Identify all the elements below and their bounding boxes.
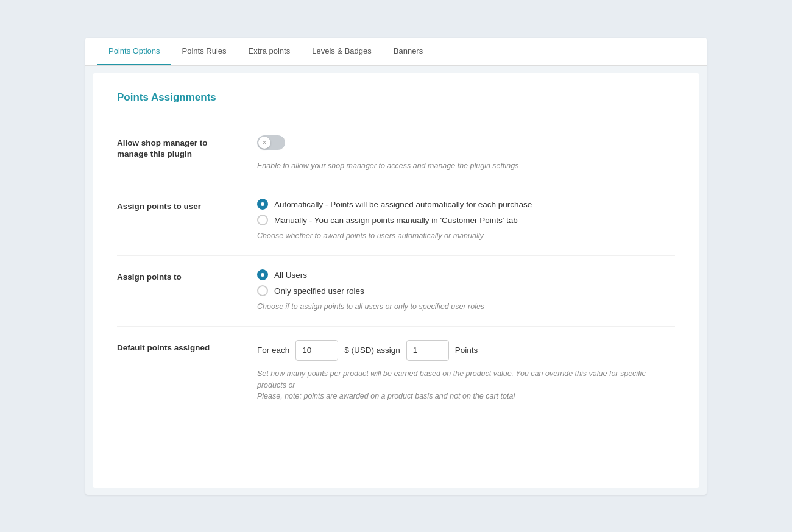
radio-auto[interactable]: Automatically - Points will be assigned … <box>257 199 675 210</box>
radio-manual[interactable]: Manually - You can assign points manuall… <box>257 215 675 225</box>
assign-points-to-label: Assign points to <box>117 269 257 283</box>
main-container: Points Options Points Rules Extra points… <box>85 38 707 495</box>
assign-points-user-label: Assign points to user <box>117 199 257 213</box>
radio-specified-roles[interactable]: Only specified user roles <box>257 285 675 296</box>
points-input[interactable] <box>406 340 449 361</box>
radio-manual-circle <box>257 215 268 225</box>
for-each-row: For each $ (USD) assign Points <box>257 340 675 361</box>
section-title: Points Assignments <box>117 91 675 104</box>
shop-manager-label: Allow shop manager tomanage this plugin <box>117 135 257 161</box>
radio-all-users[interactable]: All Users <box>257 269 675 280</box>
for-each-label: For each <box>257 346 289 355</box>
assign-points-to-hint: Choose if to assign points to all users … <box>257 301 675 313</box>
assign-points-user-hint: Choose whether to award points to users … <box>257 230 675 242</box>
assign-points-user-content: Automatically - Points will be assigned … <box>257 199 675 242</box>
content-area: Points Assignments Allow shop manager to… <box>93 73 699 488</box>
tab-points-rules[interactable]: Points Rules <box>171 38 238 65</box>
radio-manual-label: Manually - You can assign points manuall… <box>274 216 518 225</box>
toggle-knob <box>258 137 270 149</box>
assign-points-user-row: Assign points to user Automatically - Po… <box>117 185 675 255</box>
tab-navigation: Points Options Points Rules Extra points… <box>85 38 707 66</box>
radio-specified-roles-circle <box>257 285 268 296</box>
tab-banners[interactable]: Banners <box>383 38 434 65</box>
radio-specified-roles-label: Only specified user roles <box>274 286 364 296</box>
default-points-row: Default points assigned For each $ (USD)… <box>117 326 675 416</box>
tab-points-options[interactable]: Points Options <box>97 38 171 65</box>
shop-manager-hint: Enable to allow your shop manager to acc… <box>257 160 675 172</box>
shop-manager-content: Enable to allow your shop manager to acc… <box>257 135 675 172</box>
shop-manager-row: Allow shop manager tomanage this plugin … <box>117 122 675 185</box>
radio-auto-label: Automatically - Points will be assigned … <box>274 200 532 209</box>
default-points-content: For each $ (USD) assign Points Set how m… <box>257 340 675 402</box>
shop-manager-toggle[interactable] <box>257 135 285 150</box>
radio-all-users-circle <box>257 269 268 280</box>
assign-points-to-row: Assign points to All Users Only specifie… <box>117 255 675 326</box>
radio-all-users-label: All Users <box>274 271 307 280</box>
assign-points-to-content: All Users Only specified user roles Choo… <box>257 269 675 313</box>
amount-input[interactable] <box>295 340 338 361</box>
radio-auto-circle <box>257 199 268 210</box>
default-points-label: Default points assigned <box>117 340 257 354</box>
tab-levels-badges[interactable]: Levels & Badges <box>301 38 383 65</box>
default-points-hint: Set how many points per product will be … <box>257 368 675 402</box>
currency-label: $ (USD) assign <box>344 346 400 355</box>
tab-extra-points[interactable]: Extra points <box>238 38 302 65</box>
points-label: Points <box>455 346 478 355</box>
